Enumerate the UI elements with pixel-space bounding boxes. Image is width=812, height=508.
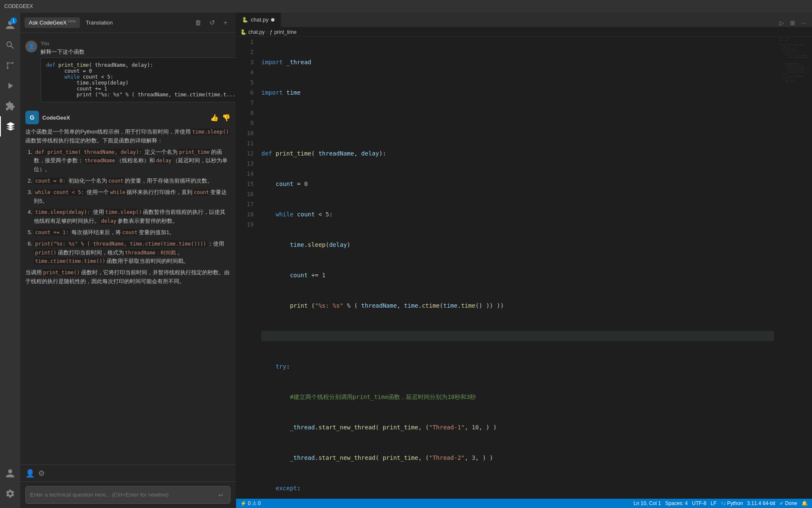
status-python-version[interactable]: 3.11.4 64-bit xyxy=(747,500,776,506)
code-lines: import _thread import time def print_tim… xyxy=(257,37,778,499)
side-panel-bottom: 👤 ⚙ xyxy=(20,464,236,481)
run-file-button[interactable]: ▷ xyxy=(778,19,786,27)
tab-modified-indicator xyxy=(271,18,274,22)
activity-extensions[interactable] xyxy=(0,96,20,116)
svg-point-1 xyxy=(7,67,8,69)
user-message-content: You 解释一下这个函数 def print_time( threadName,… xyxy=(41,41,236,104)
bot-name: CodeGeeX xyxy=(42,115,70,121)
status-encoding[interactable]: UTF-8 xyxy=(692,500,706,506)
refresh-button[interactable]: ↺ xyxy=(206,17,218,29)
code-count: count xyxy=(107,178,125,184)
code-print-time-call: print_time() xyxy=(42,269,81,276)
code-time-sleep: time.sleep() xyxy=(104,209,143,216)
editor-area: 🐍 chat.py ▷ ⊞ ··· 🐍 chat.py › ƒ print_ti… xyxy=(236,13,812,508)
status-left: ⚡ 0 ⚠ 0 xyxy=(240,500,261,506)
explanation-item-2: count = 0: 初始化一个名为count的变量，用于存储当前循环的次数。 xyxy=(34,177,230,186)
code-line-5: count = 0 xyxy=(261,179,774,189)
thumbs-down-icon[interactable]: 👎 xyxy=(222,114,230,122)
activity-settings[interactable] xyxy=(0,483,20,504)
code-count-var: count xyxy=(192,189,210,196)
send-button[interactable]: ↩ xyxy=(216,490,226,500)
status-errors[interactable]: ⚡ 0 ⚠ 0 xyxy=(240,500,261,506)
code-line-1: import _thread xyxy=(261,57,774,67)
breadcrumb-separator: › xyxy=(266,29,268,35)
svg-point-2 xyxy=(12,62,14,64)
code-while: while count < 5: xyxy=(34,189,85,196)
error-icon: ⚡ xyxy=(240,500,247,506)
input-box: ↩ xyxy=(25,486,230,504)
code-sleep: time.sleep(delay): xyxy=(34,209,91,216)
code-while-keyword: while xyxy=(109,189,126,196)
code-editor-inner: 12345 678910 1112131415 16171819 import … xyxy=(236,37,812,499)
code-editor[interactable]: 12345 678910 1112131415 16171819 import … xyxy=(236,37,812,499)
editor-tab-chat-py[interactable]: 🐍 chat.py xyxy=(236,13,281,27)
code-count-increment: count += 1: xyxy=(34,229,70,236)
python-version-text: 3.11.4 64-bit xyxy=(747,500,776,506)
user-account-bottom-icon[interactable]: 👤 xyxy=(25,469,35,478)
activity-user-account[interactable] xyxy=(0,463,20,483)
code-line-11: try: xyxy=(261,361,774,371)
user-name: You xyxy=(41,41,236,46)
language-icon: ↑↓ xyxy=(721,500,726,506)
done-icon: ✓ xyxy=(779,500,784,506)
editor-tabs: 🐍 chat.py ▷ ⊞ ··· xyxy=(236,13,812,27)
tab-translation[interactable]: Translation xyxy=(82,18,117,27)
breadcrumb-function[interactable]: print_time xyxy=(274,29,296,35)
minimap: import _thread import time def print_tim… xyxy=(778,37,812,499)
delete-conversation-button[interactable]: 🗑 xyxy=(192,17,204,29)
title-bar: CODEGEEX xyxy=(0,0,812,13)
split-editor-button[interactable]: ⊞ xyxy=(788,19,797,27)
tab-ask-codegeeX[interactable]: Ask CodeGeeX beta xyxy=(25,17,80,27)
thumbs-up-icon[interactable]: 👍 xyxy=(210,114,219,122)
activity-run[interactable] xyxy=(0,76,20,96)
chat-area[interactable]: 👤 You 解释一下这个函数 def print_time( threadNam… xyxy=(20,33,236,464)
inline-code-sleep: time.sleep() xyxy=(191,128,230,135)
status-notification[interactable]: 🔔 xyxy=(801,500,808,506)
bot-message: G CodeGeeX 👍 👎 这个函数是一个简单的Python线程示例，用于打印… xyxy=(20,107,236,292)
status-right: Ln 10, Col 1 Spaces: 4 UTF-8 LF ↑↓ Pytho… xyxy=(634,500,808,506)
code-line-3 xyxy=(261,118,774,128)
status-position[interactable]: Ln 10, Col 1 xyxy=(634,500,661,506)
code-ctime: time.ctime(time.time()) xyxy=(34,258,107,265)
main-container: 1 Ask CodeGeeX beta xyxy=(0,13,812,508)
codegeeX-tabs: Ask CodeGeeX beta Translation 🗑 ↺ + xyxy=(20,13,236,33)
code-count-init: count = 0: xyxy=(34,178,67,184)
chat-input[interactable] xyxy=(30,492,216,500)
input-area: ↩ xyxy=(20,481,236,508)
status-bar: ⚡ 0 ⚠ 0 Ln 10, Col 1 Spaces: 4 UTF-8 LF xyxy=(236,499,812,508)
bot-intro-text: 这个函数是一个简单的Python线程示例，用于打印当前时间，并使用time.sl… xyxy=(25,128,230,145)
code-def: def print_time( threadName, delay): xyxy=(34,149,143,156)
explanation-item-4: time.sleep(delay): 使用time.sleep()函数暂停当前线… xyxy=(34,208,230,226)
add-button[interactable]: + xyxy=(219,17,231,29)
code-format: threadName：时间戳 xyxy=(124,249,177,256)
tab-actions: 🗑 ↺ + xyxy=(192,17,231,29)
code-line-8: count += 1 xyxy=(261,270,774,280)
status-spaces[interactable]: Spaces: 4 xyxy=(665,500,688,506)
bot-avatar: G xyxy=(25,111,39,124)
explanation-item-1: def print_time( threadName, delay): 定义一个… xyxy=(34,148,230,174)
more-actions-button[interactable]: ··· xyxy=(799,19,808,27)
code-line-9: print ("%s: %s" % ( threadName, time.cti… xyxy=(261,300,774,311)
breadcrumb-file[interactable]: chat.py xyxy=(248,29,265,35)
code-delay-param: delay xyxy=(100,218,118,224)
status-language[interactable]: ↑↓ Python xyxy=(721,500,743,506)
code-line-12: #建立两个线程分别调用print_time函数，延迟时间分别为10秒和3秒 xyxy=(261,392,774,402)
explanation-item-5: count += 1: 每次循环结束后，将count变量的值加1。 xyxy=(34,228,230,237)
svg-point-0 xyxy=(7,62,8,64)
code-line-10 xyxy=(261,331,774,341)
code-line-4: def print_time( threadName, delay): xyxy=(261,148,774,158)
app-title: CODEGEEX xyxy=(4,3,33,9)
settings-bottom-icon[interactable]: ⚙ xyxy=(38,469,45,478)
code-print-func: print() xyxy=(34,249,58,256)
warning-count: 0 xyxy=(258,500,261,506)
status-eol[interactable]: LF xyxy=(710,500,716,506)
code-count-2: count xyxy=(121,229,139,236)
activity-search[interactable] xyxy=(0,35,20,55)
line-numbers: 12345 678910 1112131415 16171819 xyxy=(236,37,257,499)
status-done[interactable]: ✓ Done xyxy=(779,500,797,506)
bot-header: G CodeGeeX 👍 👎 xyxy=(25,111,230,124)
activity-source-control[interactable] xyxy=(0,55,20,76)
breadcrumb-function-icon: ƒ xyxy=(270,29,273,35)
activity-account[interactable]: 1 xyxy=(0,15,20,35)
activity-codegeeX[interactable] xyxy=(0,116,20,137)
